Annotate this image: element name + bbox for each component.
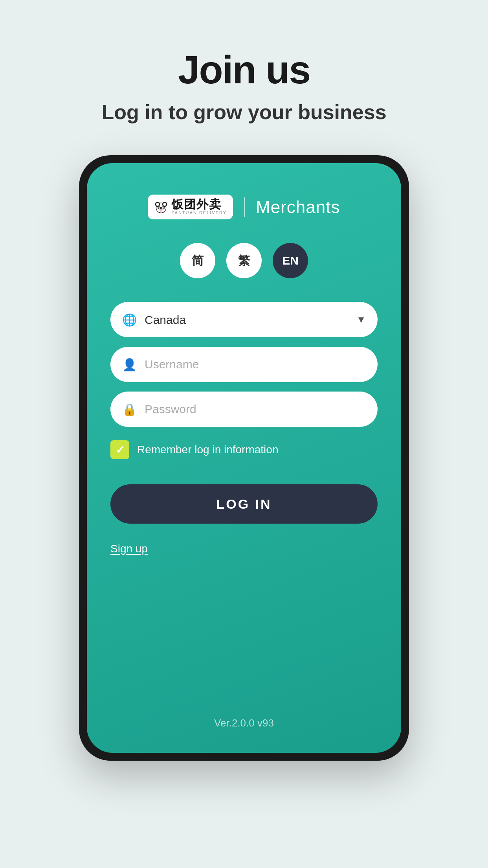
checkmark-icon: ✓: [116, 443, 125, 456]
remember-checkbox[interactable]: ✓: [110, 440, 129, 459]
merchants-label: Merchants: [256, 197, 340, 217]
user-icon: 👤: [122, 358, 137, 371]
dropdown-arrow-icon: ▼: [356, 314, 366, 325]
logo-english: FANTUAN DELIVERY: [171, 210, 227, 215]
app-screen: 饭团外卖 FANTUAN DELIVERY Merchants 简 繁 EN 🌐…: [87, 163, 401, 753]
page-subtitle: Log in to grow your business: [101, 100, 386, 124]
svg-point-9: [159, 207, 160, 208]
lang-btn-english[interactable]: EN: [273, 243, 308, 278]
logo-combined: 饭团外卖 FANTUAN DELIVERY: [148, 195, 233, 219]
svg-point-3: [156, 203, 159, 206]
logo-divider: [244, 197, 245, 217]
globe-icon: 🌐: [122, 313, 137, 327]
login-button[interactable]: LOG IN: [110, 484, 378, 524]
username-wrapper: 👤: [110, 347, 378, 382]
panda-icon: [154, 200, 168, 214]
phone-frame: 饭团外卖 FANTUAN DELIVERY Merchants 简 繁 EN 🌐…: [79, 155, 409, 761]
lock-icon: 🔒: [122, 403, 137, 416]
language-selector: 简 繁 EN: [180, 243, 308, 278]
logo-section: 饭团外卖 FANTUAN DELIVERY Merchants: [148, 195, 340, 219]
lang-btn-traditional[interactable]: 繁: [226, 243, 262, 278]
page-title: Join us: [178, 47, 310, 92]
svg-point-10: [163, 207, 163, 208]
lang-btn-simplified[interactable]: 简: [180, 243, 215, 278]
country-selector-wrapper: 🌐 Canada USA Australia UK ▼: [110, 302, 378, 337]
logo-chinese: 饭团外卖: [171, 199, 222, 210]
country-select[interactable]: Canada USA Australia UK: [145, 313, 349, 326]
signup-link[interactable]: Sign up: [110, 542, 378, 555]
logo-text: 饭团外卖 FANTUAN DELIVERY: [171, 199, 227, 215]
svg-point-4: [163, 203, 166, 206]
username-input[interactable]: [145, 358, 366, 371]
version-text: Ver.2.0.0 v93: [214, 686, 274, 729]
login-form: 🌐 Canada USA Australia UK ▼ 👤 🔒: [110, 302, 378, 555]
remember-row: ✓ Remember log in information: [110, 436, 378, 463]
remember-label: Remember log in information: [137, 443, 279, 456]
password-input[interactable]: [145, 403, 366, 416]
password-wrapper: 🔒: [110, 392, 378, 427]
